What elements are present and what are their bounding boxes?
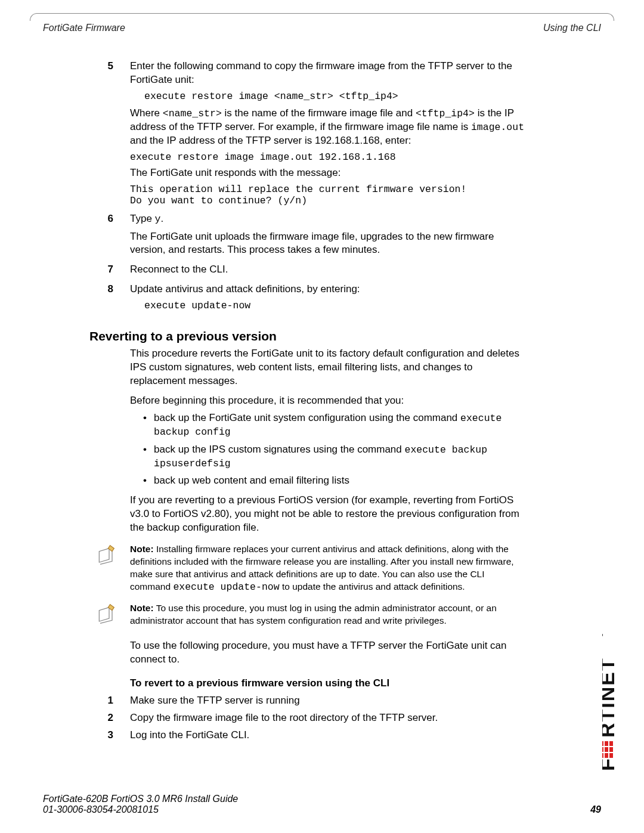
page-footer: FortiGate-620B FortiOS 3.0 MR6 Install G…: [43, 794, 601, 815]
svg-rect-1: [602, 753, 603, 758]
step-text: Reconnect to the CLI.: [130, 263, 525, 277]
step-text: Update antivirus and attack definitions,…: [130, 283, 525, 296]
fortinet-logo: F RTINET R: [602, 628, 626, 779]
code-line: execute restore image <name_str> <tftp_i…: [144, 91, 525, 102]
page-header: FortiGate Firmware Using the CLI: [43, 23, 601, 33]
step-number: 1: [89, 695, 113, 707]
code-line: This operation will replace the current …: [130, 184, 525, 195]
step-text: Enter the following command to copy the …: [130, 60, 525, 87]
svg-rect-6: [605, 741, 608, 746]
step-7: 7 Reconnect to the CLI.: [89, 263, 525, 280]
paragraph: To use the following procedure, you must…: [130, 639, 525, 667]
svg-rect-7: [609, 753, 613, 758]
step-8: 8 Update antivirus and attack definition…: [89, 283, 525, 316]
step-text: Make sure the TFTP server is running: [130, 694, 525, 708]
bullet-item: • back up web content and email filterin…: [143, 474, 525, 488]
svg-rect-9: [609, 741, 613, 746]
paragraph: This procedure reverts the FortiGate uni…: [130, 347, 525, 388]
note-icon: [94, 602, 130, 630]
page-frame-top: [30, 13, 614, 21]
step-number: 6: [89, 213, 113, 225]
code-line: Do you want to continue? (y/n): [130, 195, 525, 206]
step-number: 5: [89, 60, 113, 72]
note-block: Note: To use this procedure, you must lo…: [94, 602, 525, 630]
step-text: The FortiGate unit uploads the firmware …: [130, 230, 525, 258]
paragraph: Before beginning this procedure, it is r…: [130, 394, 525, 408]
bullet-item: • back up the IPS custom signatures usin…: [143, 443, 525, 471]
step-text: Where <name_str> is the name of the firm…: [130, 107, 525, 148]
svg-rect-4: [605, 753, 608, 758]
bullet-item: • back up the FortiGate unit system conf…: [143, 411, 525, 439]
step-number: 3: [89, 729, 113, 741]
step-b3: 3 Log into the FortiGate CLI.: [89, 729, 525, 746]
paragraph: If you are reverting to a previous Forti…: [130, 494, 525, 535]
header-left: FortiGate Firmware: [43, 23, 125, 33]
svg-text:RTINET: RTINET: [602, 657, 618, 738]
page-number: 49: [590, 804, 601, 815]
step-text: Log into the FortiGate CLI.: [130, 729, 525, 742]
svg-text:R: R: [602, 634, 603, 636]
footer-title: FortiGate-620B FortiOS 3.0 MR6 Install G…: [43, 794, 601, 804]
svg-rect-5: [605, 747, 608, 752]
section-heading: Reverting to a previous version: [89, 329, 525, 343]
step-number: 8: [89, 283, 113, 295]
svg-rect-2: [602, 747, 603, 752]
step-number: 7: [89, 264, 113, 275]
step-5: 5 Enter the following command to copy th…: [89, 60, 525, 210]
svg-text:F: F: [602, 757, 618, 771]
code-line: execute update-now: [144, 300, 525, 311]
code-line: execute restore image image.out 192.168.…: [130, 151, 525, 163]
step-b1: 1 Make sure the TFTP server is running: [89, 694, 525, 711]
step-number: 2: [89, 712, 113, 724]
step-6: 6 Type y. The FortiGate unit uploads the…: [89, 212, 525, 261]
svg-rect-3: [602, 741, 603, 746]
svg-rect-8: [609, 747, 613, 752]
step-text: Copy the firmware image file to the root…: [130, 711, 525, 725]
document-page: FortiGate Firmware Using the CLI 5 Enter…: [0, 0, 644, 833]
step-text: Type y.: [130, 212, 525, 226]
body-content: 5 Enter the following command to copy th…: [89, 60, 525, 746]
sub-heading: To revert to a previous firmware version…: [130, 677, 525, 689]
header-right: Using the CLI: [543, 23, 601, 33]
step-b2: 2 Copy the firmware image file to the ro…: [89, 711, 525, 729]
step-text: The FortiGate unit responds with the mes…: [130, 166, 525, 180]
note-block: Note: Installing firmware replaces your …: [94, 543, 525, 594]
footer-docnum: 01-30006-83054-20081015: [43, 804, 159, 815]
note-icon: [94, 543, 130, 594]
